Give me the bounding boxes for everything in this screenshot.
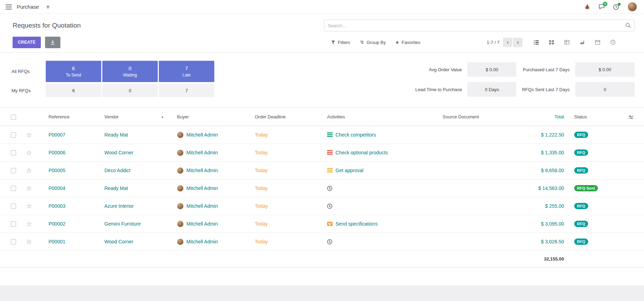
pager-previous-button[interactable]: ‹ [503, 38, 512, 47]
favorites-button[interactable]: ★ Favorites [395, 40, 420, 45]
column-header-reference[interactable]: Reference [37, 108, 104, 126]
activity-label[interactable]: Get approval [335, 168, 363, 173]
table-row[interactable]: ☆ P00006 Wood Corner Mitchell Admin Toda… [0, 144, 644, 162]
lead-time-value[interactable]: 0 Days [467, 82, 516, 97]
create-button[interactable]: CREATE [13, 37, 41, 48]
favorite-star-icon[interactable]: ☆ [26, 149, 32, 156]
reference-link[interactable]: P00004 [49, 185, 65, 191]
calendar-view-icon[interactable] [592, 37, 603, 47]
buyer-link[interactable]: Mitchell Admin [186, 185, 218, 191]
my-late-count[interactable]: 7 [159, 84, 214, 97]
list-view-icon[interactable] [531, 37, 541, 47]
rfqs-sent-last-7-days[interactable]: 0 [575, 82, 635, 97]
table-row[interactable]: ☆ P00002 Gemini Furniture Mitchell Admin… [0, 215, 644, 233]
vendor-link[interactable]: Gemini Furniture [104, 221, 141, 227]
favorite-star-icon[interactable]: ☆ [26, 131, 32, 139]
activity-icon[interactable] [327, 132, 333, 137]
apps-menu-icon[interactable] [6, 5, 12, 9]
activity-icon[interactable] [327, 204, 332, 209]
table-row[interactable]: ☆ P00004 Ready Mat Mitchell Admin Today … [0, 179, 644, 197]
buyer-link[interactable]: Mitchell Admin [186, 203, 218, 209]
vendor-link[interactable]: Ready Mat [104, 185, 128, 191]
download-icon [50, 40, 55, 45]
reference-link[interactable]: P00005 [49, 168, 65, 173]
search-input[interactable] [324, 20, 635, 31]
group-by-button[interactable]: Group By [360, 40, 386, 45]
reference-link[interactable]: P00003 [49, 203, 65, 209]
my-to-send-count[interactable]: 6 [46, 84, 101, 97]
vendor-link[interactable]: Ready Mat [104, 132, 128, 138]
vendor-link[interactable]: Wood Corner [104, 150, 133, 155]
favorites-label: Favorites [402, 40, 420, 45]
reference-link[interactable]: P00006 [49, 150, 65, 155]
pivot-view-icon[interactable] [562, 37, 572, 47]
plus-icon[interactable]: + [46, 3, 50, 10]
activity-icon[interactable] [327, 150, 333, 155]
reference-link[interactable]: P00001 [49, 239, 65, 244]
favorite-star-icon[interactable]: ☆ [26, 167, 32, 174]
vendor-link[interactable]: Wood Corner [104, 239, 133, 244]
row-checkbox[interactable] [11, 186, 16, 191]
buyer-link[interactable]: Mitchell Admin [186, 239, 218, 244]
all-rfqs-filter[interactable]: All RFQs [12, 61, 45, 82]
activity-label[interactable]: Check competitors [335, 132, 376, 138]
buyer-link[interactable]: Mitchell Admin [186, 132, 218, 138]
filters-button[interactable]: Filters [331, 40, 350, 45]
column-header-buyer[interactable]: Buyer [177, 108, 254, 126]
pager-next-button[interactable]: › [513, 38, 523, 47]
column-header-order-deadline[interactable]: Order Deadline [254, 108, 327, 126]
messages-icon[interactable]: 5 [599, 4, 605, 10]
user-avatar[interactable] [628, 2, 637, 12]
favorite-star-icon[interactable]: ☆ [26, 203, 32, 210]
favorite-star-icon[interactable]: ☆ [26, 238, 32, 245]
row-checkbox[interactable] [11, 239, 16, 244]
search-box [324, 20, 635, 31]
buyer-link[interactable]: Mitchell Admin [186, 168, 218, 173]
row-checkbox[interactable] [11, 204, 16, 209]
row-checkbox[interactable] [11, 221, 16, 227]
table-row[interactable]: ☆ P00001 Wood Corner Mitchell Admin Toda… [0, 233, 644, 251]
kanban-view-icon[interactable] [546, 37, 557, 47]
favorite-star-icon[interactable]: ☆ [26, 220, 32, 228]
reference-link[interactable]: P00002 [49, 221, 65, 227]
table-row[interactable]: ☆ P00003 Azure Interior Mitchell Admin T… [0, 197, 644, 215]
column-header-total[interactable]: Total [518, 108, 568, 126]
select-all-checkbox[interactable] [11, 115, 16, 120]
purchased-last-7-days[interactable]: $ 0.00 [575, 62, 635, 77]
activity-label[interactable]: Check optional products [335, 150, 388, 155]
my-rfqs-filter[interactable]: My RFQs [12, 84, 45, 97]
graph-view-icon[interactable] [577, 37, 587, 47]
app-name[interactable]: Purchase [17, 4, 39, 10]
column-header-status[interactable]: Status [568, 108, 618, 126]
debug-bug-icon[interactable] [584, 4, 590, 10]
tile-waiting[interactable]: 0 Waiting [102, 61, 158, 82]
activity-icon[interactable] [327, 222, 333, 226]
avg-order-value[interactable]: $ 0.00 [467, 62, 516, 77]
vendor-link[interactable]: Azure Interior [104, 203, 134, 209]
activity-icon[interactable] [327, 186, 332, 191]
my-waiting-count[interactable]: 0 [102, 84, 158, 97]
table-row[interactable]: ☆ P00005 Deco Addict Mitchell Admin Toda… [0, 162, 644, 179]
column-header-activities[interactable]: Activities [327, 108, 442, 126]
activities-clock-icon[interactable] [613, 4, 619, 10]
vendor-link[interactable]: Deco Addict [104, 168, 131, 173]
activity-icon[interactable] [327, 239, 332, 244]
row-checkbox[interactable] [11, 168, 16, 173]
buyer-link[interactable]: Mitchell Admin [186, 221, 218, 227]
reference-link[interactable]: P00007 [49, 132, 65, 138]
activity-label[interactable]: Send specifications [335, 221, 378, 227]
tile-late[interactable]: 7 Late [159, 61, 214, 82]
activity-icon[interactable] [327, 168, 333, 172]
table-row[interactable]: ☆ P00007 Ready Mat Mitchell Admin Today … [0, 126, 644, 144]
column-header-vendor[interactable]: Vendor ▾ [104, 108, 177, 126]
column-header-source-document[interactable]: Source Document [442, 108, 518, 126]
export-button[interactable] [45, 37, 60, 48]
optional-columns-icon[interactable] [628, 114, 634, 119]
tile-to-send[interactable]: 6 To Send [46, 61, 101, 82]
dashboard-clock-view-icon[interactable] [608, 37, 618, 47]
favorite-star-icon[interactable]: ☆ [26, 185, 32, 192]
search-icon[interactable] [625, 22, 631, 28]
buyer-link[interactable]: Mitchell Admin [186, 150, 218, 155]
row-checkbox[interactable] [11, 150, 16, 155]
row-checkbox[interactable] [11, 132, 16, 138]
